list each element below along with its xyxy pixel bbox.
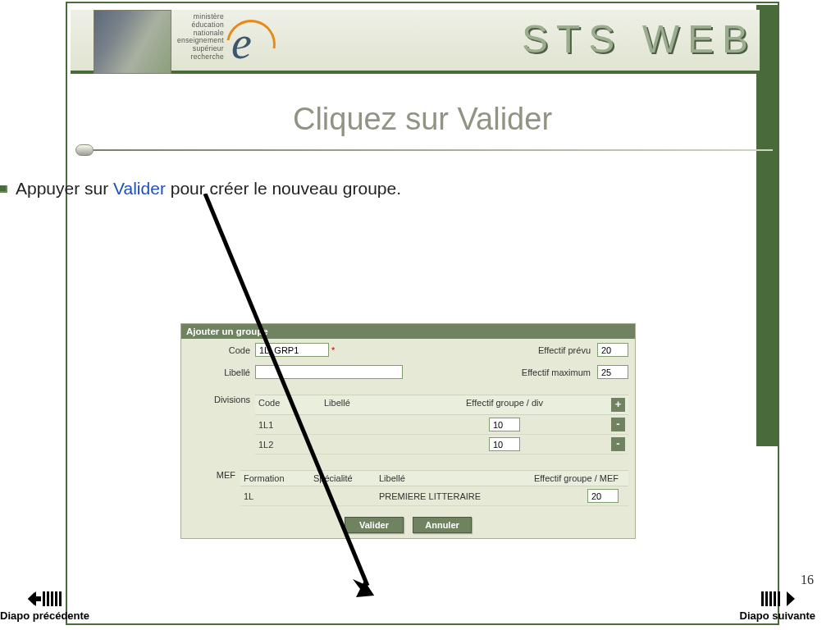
bullet-text-highlight: Valider xyxy=(113,179,166,198)
input-libelle[interactable] xyxy=(255,365,403,379)
ministry-text: ministère éducation nationale enseigneme… xyxy=(177,13,224,62)
mef-header-row: Formation Spécialité Libellé Effectif gr… xyxy=(240,470,628,486)
mef-row: 1L PREMIERE LITTERAIRE xyxy=(240,486,628,506)
row-mef: MEF Formation Spécialité Libellé Effecti… xyxy=(181,459,635,510)
div-eff-input[interactable] xyxy=(489,418,520,431)
label-divisions: Divisions xyxy=(188,395,255,404)
col-mef-eff: Effectif groupe / MEF xyxy=(510,473,625,483)
bullet-text-suffix: pour créer le nouveau groupe. xyxy=(166,179,401,198)
annuler-button[interactable]: Annuler xyxy=(413,517,472,533)
col-div-eff: Effectif groupe / div xyxy=(422,398,587,412)
svg-rect-8 xyxy=(59,591,62,606)
label-code: Code xyxy=(188,345,255,355)
col-div-libelle: Libellé xyxy=(324,398,422,412)
add-division-button[interactable]: + xyxy=(611,398,625,412)
label-mef: MEF xyxy=(188,470,240,480)
row-code: Code * Effectif prévu xyxy=(181,339,635,361)
mef-formation: 1L xyxy=(244,491,313,501)
row-divisions: Divisions Code Libellé Effectif groupe /… xyxy=(181,383,635,459)
form-panel: Ajouter un groupe Code * Effectif prévu … xyxy=(180,323,636,539)
svg-marker-11 xyxy=(28,591,36,606)
svg-rect-13 xyxy=(765,591,768,606)
label-effectif-max: Effectif maximum xyxy=(403,368,597,377)
col-mef-libelle: Libellé xyxy=(379,473,510,483)
bullet-icon xyxy=(0,185,7,193)
div-code: 1L2 xyxy=(258,440,324,450)
next-slide-label: Diapo suivante xyxy=(740,609,815,622)
svg-rect-6 xyxy=(51,591,53,606)
svg-marker-17 xyxy=(787,591,795,606)
div-eff-input[interactable] xyxy=(489,437,520,451)
svg-rect-7 xyxy=(55,591,57,606)
div-code: 1L1 xyxy=(258,420,324,430)
input-code[interactable] xyxy=(255,343,329,357)
svg-rect-14 xyxy=(769,591,772,606)
svg-rect-5 xyxy=(47,591,49,606)
logo-e-letter: e xyxy=(231,16,252,69)
arrow-right-icon xyxy=(759,590,797,608)
svg-rect-15 xyxy=(774,591,776,606)
input-effectif-prevu[interactable] xyxy=(597,343,628,357)
app-title: STS WEB xyxy=(522,16,756,62)
title-underline xyxy=(75,144,773,156)
header-photo xyxy=(94,10,171,74)
col-mef-formation: Formation xyxy=(244,473,313,483)
panel-buttons: Valider Annuler xyxy=(181,510,635,538)
row-libelle: Libellé Effectif maximum xyxy=(181,361,635,383)
valider-button[interactable]: Valider xyxy=(345,517,404,533)
svg-rect-12 xyxy=(761,591,764,606)
arrow-left-icon xyxy=(26,590,64,608)
instruction-bullet: Appuyer sur Valider pour créer le nouvea… xyxy=(0,179,401,199)
col-div-code: Code xyxy=(258,398,324,412)
page-number: 16 xyxy=(801,573,814,587)
col-mef-specialite: Spécialité xyxy=(313,473,379,483)
mef-eff-input[interactable] xyxy=(587,489,619,503)
next-slide-button[interactable]: Diapo suivante xyxy=(740,590,815,622)
bullet-text-prefix: Appuyer sur xyxy=(16,179,113,198)
slide-title: Cliquez sur Valider xyxy=(67,102,778,137)
prev-slide-label: Diapo précédente xyxy=(0,609,89,622)
remove-division-button[interactable]: - xyxy=(611,437,625,451)
divisions-header-row: Code Libellé Effectif groupe / div + xyxy=(255,395,628,415)
input-effectif-max[interactable] xyxy=(597,365,628,379)
svg-rect-4 xyxy=(43,591,45,606)
remove-division-button[interactable]: - xyxy=(611,418,625,431)
division-row: 1L1 - xyxy=(255,415,628,435)
svg-rect-16 xyxy=(778,591,780,606)
label-libelle: Libellé xyxy=(188,368,255,377)
division-row: 1L2 - xyxy=(255,435,628,454)
prev-slide-button[interactable]: Diapo précédente xyxy=(0,590,89,622)
label-effectif-prevu: Effectif prévu xyxy=(335,345,597,355)
panel-title: Ajouter un groupe xyxy=(181,324,635,339)
slide-frame: ministère éducation nationale enseigneme… xyxy=(66,2,779,625)
mef-libelle: PREMIERE LITTERAIRE xyxy=(379,491,510,501)
header-band: ministère éducation nationale enseigneme… xyxy=(71,10,760,74)
